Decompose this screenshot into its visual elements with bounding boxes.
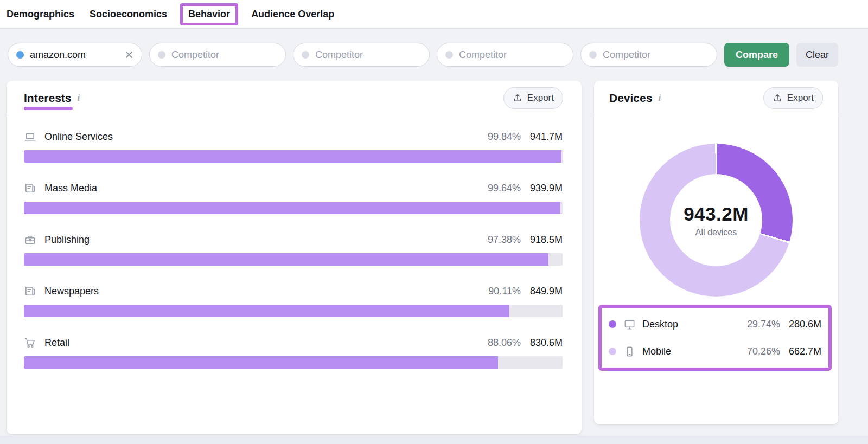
interests-card: Interests i Export Online Services 99.84…	[7, 81, 582, 434]
interest-value: 830.6M	[530, 337, 563, 349]
legend-value: 280.6M	[789, 319, 821, 330]
tab-demographics[interactable]: Demographics	[7, 9, 74, 20]
mobile-icon	[623, 345, 636, 358]
interest-label: Retail	[44, 337, 488, 349]
interest-row[interactable]: Retail 88.06% 830.6M	[24, 337, 563, 369]
interest-bar-fill	[24, 150, 561, 163]
legend-value: 662.7M	[789, 346, 821, 357]
interest-label: Online Services	[44, 131, 488, 143]
interest-bar-track	[24, 305, 563, 317]
interest-row[interactable]: Online Services 99.84% 941.7M	[24, 131, 563, 163]
interest-percent: 88.06%	[488, 337, 521, 349]
interest-percent: 97.38%	[488, 234, 521, 246]
devices-total-label: All devices	[695, 228, 737, 237]
legend-row-mobile[interactable]: Mobile 70.26% 662.7M	[609, 338, 821, 365]
devices-header: Devices i Export	[594, 81, 838, 115]
interest-bar-fill	[24, 202, 560, 214]
interest-bar-fill	[24, 305, 509, 317]
devices-title: Devices	[609, 92, 652, 105]
competitor-dot	[589, 51, 597, 59]
interest-label: Publishing	[44, 234, 488, 246]
interest-bar-track	[24, 356, 563, 369]
competitor-field[interactable]	[459, 49, 565, 61]
competitor-field[interactable]	[315, 49, 421, 61]
interest-bar-track	[24, 150, 563, 163]
competitor-dot	[445, 51, 453, 59]
desktop-color-dot	[609, 320, 616, 328]
top-nav: Demographics Socioeconomics Behavior Aud…	[0, 0, 868, 29]
interest-label: Newspapers	[44, 286, 488, 297]
remove-domain-icon[interactable]	[125, 50, 133, 59]
interest-value: 849.9M	[530, 286, 563, 297]
export-button[interactable]: Export	[763, 87, 823, 109]
briefcase-icon	[24, 234, 36, 246]
laptop-icon	[24, 131, 36, 143]
interests-list: Online Services 99.84% 941.7M Mass Media…	[7, 115, 582, 369]
competitor-field[interactable]	[171, 49, 277, 61]
domain-color-dot	[16, 51, 24, 59]
tab-audience-overlap[interactable]: Audience Overlap	[251, 9, 334, 20]
interest-value: 941.7M	[530, 131, 563, 143]
info-icon[interactable]: i	[78, 93, 80, 104]
tab-behavior[interactable]: Behavior	[180, 3, 238, 25]
competitor-input-2[interactable]	[293, 43, 430, 67]
desktop-icon	[623, 318, 636, 331]
export-icon	[513, 93, 522, 103]
devices-legend-annotation-box: Desktop 29.74% 280.6M Mobile 70.26% 662.…	[598, 305, 832, 371]
devices-card: Devices i Export 943.2M All devices Desk…	[594, 81, 838, 424]
interest-row[interactable]: Publishing 97.38% 918.5M	[24, 234, 563, 266]
interest-percent: 99.84%	[488, 131, 521, 143]
interest-row[interactable]: Newspapers 90.11% 849.9M	[24, 285, 563, 317]
interest-value: 918.5M	[530, 234, 563, 246]
competitor-field[interactable]	[603, 49, 709, 61]
competitor-dot	[158, 51, 165, 59]
main-domain-label: amazon.com	[30, 49, 119, 61]
devices-total: 943.2M	[684, 203, 749, 225]
interest-bar-fill	[24, 253, 548, 266]
interest-row[interactable]: Mass Media 99.64% 939.9M	[24, 182, 563, 214]
main-domain-chip[interactable]: amazon.com	[8, 43, 142, 67]
clear-button[interactable]: Clear	[796, 43, 838, 67]
legend-percent: 70.26%	[747, 346, 780, 357]
page-bottom-strip	[0, 436, 868, 444]
legend-row-desktop[interactable]: Desktop 29.74% 280.6M	[609, 311, 821, 338]
newspaper-icon	[24, 182, 36, 195]
cart-icon	[24, 337, 36, 349]
export-button[interactable]: Export	[503, 87, 563, 109]
main-content: Interests i Export Online Services 99.84…	[0, 67, 868, 434]
legend-label: Desktop	[642, 319, 747, 330]
export-icon	[773, 93, 782, 103]
mobile-color-dot	[609, 348, 616, 355]
interest-percent: 99.64%	[488, 183, 521, 194]
donut-center: 943.2M All devices	[670, 174, 762, 266]
compare-button[interactable]: Compare	[724, 43, 789, 67]
legend-percent: 29.74%	[747, 319, 780, 330]
interest-bar-fill	[24, 356, 498, 369]
competitor-input-1[interactable]	[149, 43, 286, 67]
interest-bar-track	[24, 253, 563, 266]
interest-value: 939.9M	[530, 183, 563, 194]
filter-bar: amazon.com Compare Clear	[0, 29, 868, 67]
interests-header: Interests i Export	[7, 81, 582, 115]
annotation-underline	[24, 107, 73, 110]
devices-donut-chart[interactable]: 943.2M All devices	[640, 144, 793, 297]
tab-socioeconomics[interactable]: Socioeconomics	[90, 9, 167, 20]
interest-bar-track	[24, 202, 563, 214]
competitor-dot	[302, 51, 309, 59]
competitor-input-3[interactable]	[437, 43, 573, 67]
competitor-input-4[interactable]	[580, 43, 717, 67]
interest-percent: 90.11%	[488, 286, 521, 297]
interest-label: Mass Media	[44, 183, 488, 194]
newspaper-icon	[24, 285, 36, 298]
info-icon[interactable]: i	[658, 93, 661, 104]
interests-title: Interests	[24, 92, 72, 104]
legend-label: Mobile	[642, 346, 747, 357]
